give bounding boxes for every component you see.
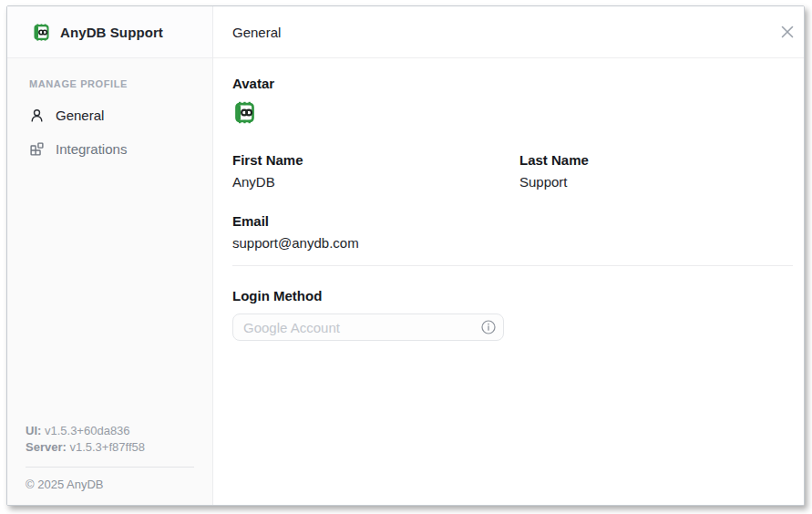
blocks-icon (29, 141, 45, 157)
general-settings-body: Avatar First Name (213, 58, 805, 341)
page-title: General (232, 25, 281, 40)
main-panel: General Avatar (213, 6, 805, 505)
login-method-label: Login Method (232, 286, 793, 305)
first-name-value: AnyDB (232, 172, 519, 191)
ui-version-label: UI: (26, 424, 41, 437)
name-fields-row: First Name AnyDB Last Name Support Email… (232, 150, 793, 252)
nav-section-label: MANAGE PROFILE (29, 78, 190, 89)
sidebar-item-integrations[interactable]: Integrations (29, 141, 190, 157)
server-version-value: v1.5.3+f87ff58 (67, 440, 145, 454)
login-method-input-wrap (232, 314, 504, 341)
last-name-field: Last Name Support (519, 150, 793, 191)
sidebar-footer: UI: v1.5.3+60da836 Server: v1.5.3+f87ff5… (7, 423, 212, 505)
sidebar-header: AnyDB Support (7, 6, 212, 58)
anydb-logo-icon (32, 23, 51, 42)
section-divider (232, 265, 793, 266)
app-title: AnyDB Support (60, 25, 163, 40)
info-icon[interactable] (481, 320, 496, 334)
last-name-label: Last Name (519, 150, 793, 170)
copyright: © 2025 AnyDB (26, 478, 194, 491)
close-icon (779, 24, 796, 40)
footer-divider (26, 467, 194, 468)
server-version-label: Server: (26, 440, 67, 454)
avatar-label: Avatar (232, 74, 793, 93)
ui-version: UI: v1.5.3+60da836 (26, 423, 194, 439)
email-value: support@anydb.com (232, 233, 519, 252)
login-method-block: Login Method (232, 286, 793, 341)
close-button[interactable] (776, 20, 799, 44)
last-name-value: Support (519, 172, 793, 191)
sidebar-nav: MANAGE PROFILE General Integr (7, 58, 212, 175)
user-icon (29, 108, 45, 123)
main-header: General (213, 6, 805, 58)
profile-settings-dialog: AnyDB Support MANAGE PROFILE General (6, 5, 805, 506)
email-field: Email support@anydb.com (232, 211, 519, 252)
first-name-label: First Name (232, 150, 519, 170)
email-label: Email (232, 211, 519, 231)
login-method-input[interactable] (232, 314, 504, 341)
avatar[interactable] (232, 100, 793, 126)
sidebar-item-label: General (56, 108, 104, 123)
sidebar-item-label: Integrations (56, 141, 127, 157)
avatar-block: Avatar (232, 74, 793, 126)
sidebar-item-general[interactable]: General (29, 108, 190, 123)
ui-version-value: v1.5.3+60da836 (41, 424, 129, 437)
sidebar: AnyDB Support MANAGE PROFILE General (7, 6, 213, 505)
server-version: Server: v1.5.3+f87ff58 (26, 439, 194, 456)
first-name-field: First Name AnyDB (232, 150, 519, 191)
